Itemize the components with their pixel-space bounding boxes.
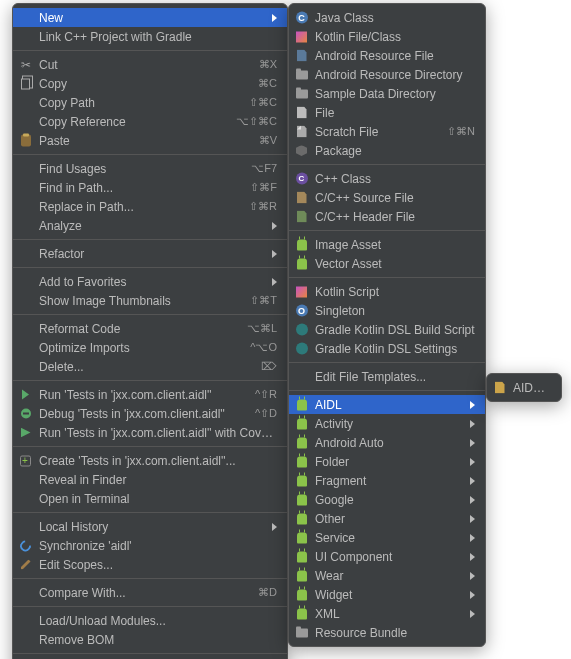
menu-item-label: Delete...	[39, 360, 253, 374]
menu-item[interactable]: Delete...⌦	[13, 357, 287, 376]
shortcut-label: ⌘C	[258, 77, 277, 90]
menu-item-label: Fragment	[315, 474, 464, 488]
menu-item[interactable]: Copy Path⇧⌘C	[13, 93, 287, 112]
menu-item[interactable]: Edit Scopes...	[13, 555, 287, 574]
class-icon: O	[294, 303, 309, 318]
menu-item[interactable]: Google	[289, 490, 485, 509]
menu-item[interactable]: Kotlin Script	[289, 282, 485, 301]
menu-item[interactable]: CJava Class	[289, 8, 485, 27]
menu-item[interactable]: Analyze	[13, 216, 287, 235]
menu-item[interactable]: Android Resource File	[289, 46, 485, 65]
menu-item-label: Edit File Templates...	[315, 370, 475, 384]
menu-item-label: UI Component	[315, 550, 464, 564]
menu-item[interactable]: Run 'Tests in 'jxx.com.client.aidl'' wit…	[13, 423, 287, 442]
edit-icon	[18, 557, 33, 572]
menu-item-label: Edit Scopes...	[39, 558, 277, 572]
menu-item[interactable]: Show Image Thumbnails⇧⌘T	[13, 291, 287, 310]
menu-item[interactable]: Run 'Tests in 'jxx.com.client.aidl''^⇧R	[13, 385, 287, 404]
context-menu: NewLink C++ Project with Gradle✂Cut⌘XCop…	[12, 3, 288, 659]
scratch-icon	[294, 124, 309, 139]
menu-item-label: Sample Data Directory	[315, 87, 475, 101]
menu-item[interactable]: Activity	[289, 414, 485, 433]
submenu-arrow-icon	[470, 420, 475, 428]
menu-item-label: Android Auto	[315, 436, 464, 450]
menu-item[interactable]: Link C++ Project with Gradle	[13, 27, 287, 46]
menu-item[interactable]: Create 'Tests in 'jxx.com.client.aidl''.…	[13, 451, 287, 470]
submenu-arrow-icon	[470, 534, 475, 542]
menu-item[interactable]: OSingleton	[289, 301, 485, 320]
new-submenu: CJava ClassKotlin File/ClassAndroid Reso…	[288, 3, 486, 647]
menu-item[interactable]: Refactor	[13, 244, 287, 263]
menu-item[interactable]: Reformat Code⌥⌘L	[13, 319, 287, 338]
menu-item[interactable]: Copy Reference⌥⇧⌘C	[13, 112, 287, 131]
menu-item[interactable]: Paste⌘V	[13, 131, 287, 150]
menu-item[interactable]: Find Usages⌥F7	[13, 159, 287, 178]
menu-item[interactable]: New	[13, 8, 287, 27]
menu-item[interactable]: Package	[289, 141, 485, 160]
menu-item[interactable]: Sample Data Directory	[289, 84, 485, 103]
menu-item-label: Run 'Tests in 'jxx.com.client.aidl''	[39, 388, 247, 402]
menu-item[interactable]: Gradle Kotlin DSL Settings	[289, 339, 485, 358]
submenu-arrow-icon	[470, 515, 475, 523]
menu-item[interactable]: Folder	[289, 452, 485, 471]
menu-item[interactable]: Fragment	[289, 471, 485, 490]
android-icon	[294, 492, 309, 507]
menu-item-label: Show Image Thumbnails	[39, 294, 242, 308]
menu-item[interactable]: File	[289, 103, 485, 122]
menu-item-label: AIDL	[315, 398, 464, 412]
menu-item-label: Compare With...	[39, 586, 250, 600]
menu-item[interactable]: Replace in Path...⇧⌘R	[13, 197, 287, 216]
menu-item[interactable]: Find in Path...⇧⌘F	[13, 178, 287, 197]
folder-icon	[294, 625, 309, 640]
menu-item[interactable]: Synchronize 'aidl'	[13, 536, 287, 555]
run-icon	[18, 387, 33, 402]
menu-item[interactable]: AIDL	[289, 395, 485, 414]
submenu-arrow-icon	[470, 458, 475, 466]
menu-item[interactable]: XML	[289, 604, 485, 623]
menu-item[interactable]: Add to Favorites	[13, 272, 287, 291]
submenu-arrow-icon	[272, 523, 277, 531]
menu-item-label: Android Resource Directory	[315, 68, 475, 82]
menu-item[interactable]: Android Auto	[289, 433, 485, 452]
menu-item[interactable]: Scratch File⇧⌘N	[289, 122, 485, 141]
menu-item[interactable]: CC++ Class	[289, 169, 485, 188]
menu-item[interactable]: Resource Bundle	[289, 623, 485, 642]
menu-item[interactable]: Debug 'Tests in 'jxx.com.client.aidl''^⇧…	[13, 404, 287, 423]
submenu-arrow-icon	[470, 477, 475, 485]
menu-item[interactable]: Load/Unload Modules...	[13, 611, 287, 630]
menu-item[interactable]: ✂Cut⌘X	[13, 55, 287, 74]
menu-item[interactable]: Image Asset	[289, 235, 485, 254]
menu-item[interactable]: Vector Asset	[289, 254, 485, 273]
menu-item[interactable]: Edit File Templates...	[289, 367, 485, 386]
menu-item[interactable]: Remove BOM	[13, 630, 287, 649]
shortcut-label: ^⇧D	[255, 407, 277, 420]
menu-item[interactable]: Android Resource Directory	[289, 65, 485, 84]
gradle-icon	[294, 322, 309, 337]
submenu-arrow-icon	[470, 572, 475, 580]
cpp-icon: C	[294, 171, 309, 186]
menu-item[interactable]: Wear	[289, 566, 485, 585]
menu-item[interactable]: Compare With...⌘D	[13, 583, 287, 602]
menu-item[interactable]: Reveal in Finder	[13, 470, 287, 489]
menu-item[interactable]: Widget	[289, 585, 485, 604]
separator	[289, 164, 485, 165]
menu-item[interactable]: Other	[289, 509, 485, 528]
menu-item-label: Java Class	[315, 11, 475, 25]
menu-item[interactable]: AIDL File	[487, 378, 561, 397]
menu-item-label: File	[315, 106, 475, 120]
menu-item[interactable]: Gradle Kotlin DSL Build Script	[289, 320, 485, 339]
menu-item[interactable]: Service	[289, 528, 485, 547]
menu-item[interactable]: Local History	[13, 517, 287, 536]
menu-item[interactable]: C/C++ Header File	[289, 207, 485, 226]
shortcut-label: ⇧⌘T	[250, 294, 277, 307]
submenu-arrow-icon	[470, 401, 475, 409]
menu-item[interactable]: C/C++ Source File	[289, 188, 485, 207]
menu-item[interactable]: Open in Terminal	[13, 489, 287, 508]
separator	[13, 606, 287, 607]
submenu-arrow-icon	[470, 439, 475, 447]
menu-item[interactable]: Kotlin File/Class	[289, 27, 485, 46]
menu-item-label: Replace in Path...	[39, 200, 241, 214]
menu-item[interactable]: Optimize Imports^⌥O	[13, 338, 287, 357]
menu-item[interactable]: Copy⌘C	[13, 74, 287, 93]
menu-item[interactable]: UI Component	[289, 547, 485, 566]
